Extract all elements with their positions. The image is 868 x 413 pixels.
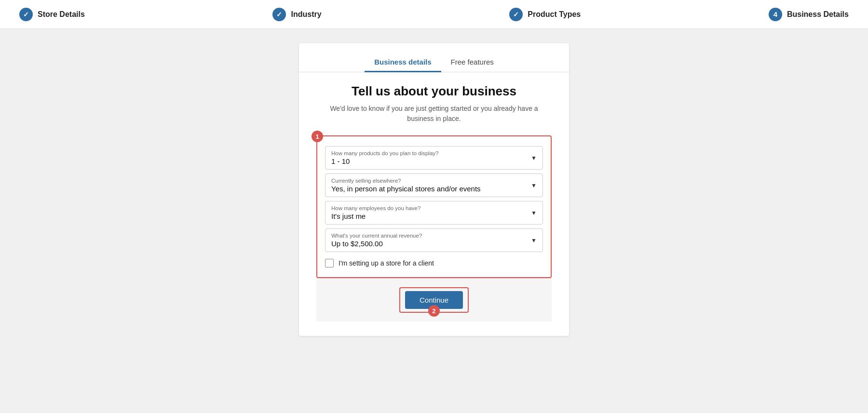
- annual-revenue-arrow: ▼: [531, 237, 537, 244]
- tab-business-details[interactable]: Business details: [365, 53, 441, 72]
- step-store-details-label: Store Details: [38, 10, 85, 19]
- annual-revenue-field[interactable]: What's your current annual revenue? Up t…: [325, 228, 543, 252]
- annual-revenue-label: What's your current annual revenue?: [331, 233, 537, 239]
- selling-elsewhere-field[interactable]: Currently selling elsewhere? Yes, in per…: [325, 173, 543, 197]
- stepper: ✓ Store Details ✓ Industry ✓ Product Typ…: [0, 0, 868, 29]
- annual-revenue-value: Up to $2,500.00: [331, 240, 537, 248]
- step-product-types-icon: ✓: [509, 8, 523, 21]
- step-store-details: ✓ Store Details: [19, 8, 85, 21]
- employees-label: How many employees do you have?: [331, 205, 537, 211]
- products-count-arrow: ▼: [531, 155, 537, 161]
- selling-elsewhere-arrow: ▼: [531, 182, 537, 189]
- step-industry-icon: ✓: [272, 8, 286, 21]
- step-product-types-label: Product Types: [528, 10, 581, 19]
- step-product-types: ✓ Product Types: [509, 8, 581, 21]
- step-business-details-label: Business Details: [787, 10, 849, 19]
- employees-value: It's just me: [331, 212, 537, 220]
- form-box: How many products do you plan to display…: [316, 135, 552, 278]
- annotation-badge-2-box: 2 Continue: [399, 287, 469, 313]
- client-checkbox-label: I'm setting up a store for a client: [339, 259, 434, 267]
- continue-area: 2 Continue: [316, 278, 552, 321]
- main-content: Business details Free features Tell us a…: [0, 29, 868, 336]
- card-body: Tell us about your business We'd love to…: [299, 72, 569, 336]
- step-store-details-icon: ✓: [19, 8, 33, 21]
- employees-arrow: ▼: [531, 210, 537, 216]
- employees-field[interactable]: How many employees do you have? It's jus…: [325, 201, 543, 225]
- selling-elsewhere-value: Yes, in person at physical stores and/or…: [331, 185, 537, 193]
- annotation-badge-1: 1: [312, 131, 323, 142]
- card: Business details Free features Tell us a…: [299, 43, 569, 336]
- tabs: Business details Free features: [299, 43, 569, 72]
- step-industry: ✓ Industry: [272, 8, 321, 21]
- step-industry-label: Industry: [291, 10, 321, 19]
- form-container: 1 How many products do you plan to displ…: [316, 135, 552, 321]
- tab-free-features[interactable]: Free features: [441, 53, 503, 72]
- annotation-badge-2: 2: [428, 305, 440, 317]
- products-count-field[interactable]: How many products do you plan to display…: [325, 146, 543, 170]
- client-checkbox-row[interactable]: I'm setting up a store for a client: [325, 259, 543, 267]
- step-business-details-icon: 4: [769, 8, 782, 21]
- products-count-value: 1 - 10: [331, 157, 537, 165]
- page-subtitle: We'd love to know if you are just gettin…: [316, 104, 552, 124]
- step-business-details: 4 Business Details: [769, 8, 849, 21]
- products-count-label: How many products do you plan to display…: [331, 150, 537, 156]
- client-checkbox[interactable]: [325, 259, 334, 267]
- selling-elsewhere-label: Currently selling elsewhere?: [331, 178, 537, 184]
- page-title: Tell us about your business: [316, 84, 552, 99]
